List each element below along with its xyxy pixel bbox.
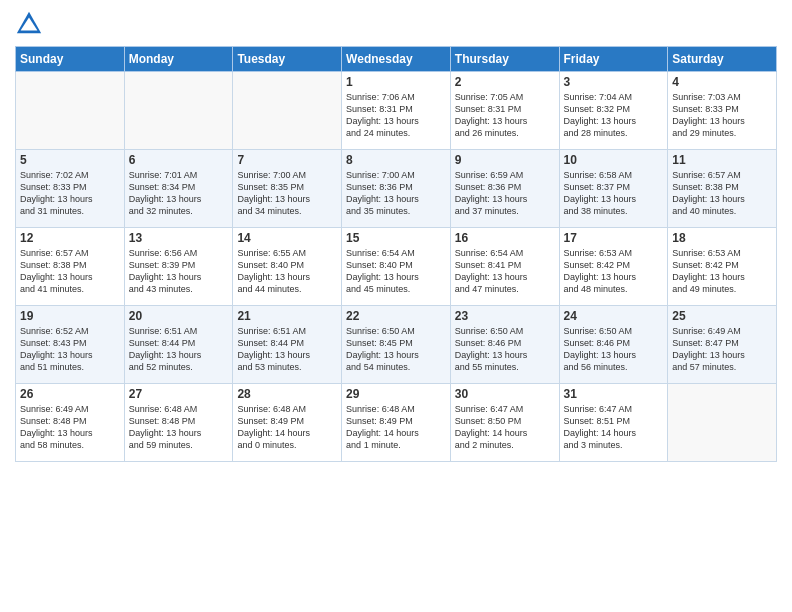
day-cell: 25Sunrise: 6:49 AM Sunset: 8:47 PM Dayli… [668,306,777,384]
day-info: Sunrise: 6:48 AM Sunset: 8:48 PM Dayligh… [129,403,229,452]
day-number: 18 [672,231,772,245]
day-number: 14 [237,231,337,245]
day-info: Sunrise: 6:50 AM Sunset: 8:45 PM Dayligh… [346,325,446,374]
day-number: 25 [672,309,772,323]
day-cell: 5Sunrise: 7:02 AM Sunset: 8:33 PM Daylig… [16,150,125,228]
day-cell: 31Sunrise: 6:47 AM Sunset: 8:51 PM Dayli… [559,384,668,462]
day-info: Sunrise: 6:58 AM Sunset: 8:37 PM Dayligh… [564,169,664,218]
col-header-wednesday: Wednesday [342,47,451,72]
day-info: Sunrise: 7:00 AM Sunset: 8:36 PM Dayligh… [346,169,446,218]
day-info: Sunrise: 7:00 AM Sunset: 8:35 PM Dayligh… [237,169,337,218]
day-cell: 2Sunrise: 7:05 AM Sunset: 8:31 PM Daylig… [450,72,559,150]
day-number: 2 [455,75,555,89]
day-cell: 29Sunrise: 6:48 AM Sunset: 8:49 PM Dayli… [342,384,451,462]
day-number: 19 [20,309,120,323]
day-number: 13 [129,231,229,245]
day-info: Sunrise: 6:51 AM Sunset: 8:44 PM Dayligh… [237,325,337,374]
day-cell: 16Sunrise: 6:54 AM Sunset: 8:41 PM Dayli… [450,228,559,306]
day-info: Sunrise: 6:57 AM Sunset: 8:38 PM Dayligh… [20,247,120,296]
col-header-sunday: Sunday [16,47,125,72]
day-info: Sunrise: 7:05 AM Sunset: 8:31 PM Dayligh… [455,91,555,140]
header [15,10,777,38]
day-info: Sunrise: 6:53 AM Sunset: 8:42 PM Dayligh… [564,247,664,296]
day-cell: 17Sunrise: 6:53 AM Sunset: 8:42 PM Dayli… [559,228,668,306]
page: SundayMondayTuesdayWednesdayThursdayFrid… [0,0,792,612]
header-row: SundayMondayTuesdayWednesdayThursdayFrid… [16,47,777,72]
day-info: Sunrise: 6:54 AM Sunset: 8:41 PM Dayligh… [455,247,555,296]
day-cell: 12Sunrise: 6:57 AM Sunset: 8:38 PM Dayli… [16,228,125,306]
day-number: 23 [455,309,555,323]
day-info: Sunrise: 7:01 AM Sunset: 8:34 PM Dayligh… [129,169,229,218]
col-header-tuesday: Tuesday [233,47,342,72]
day-number: 15 [346,231,446,245]
day-number: 31 [564,387,664,401]
day-cell: 11Sunrise: 6:57 AM Sunset: 8:38 PM Dayli… [668,150,777,228]
day-cell: 8Sunrise: 7:00 AM Sunset: 8:36 PM Daylig… [342,150,451,228]
day-number: 3 [564,75,664,89]
week-row-1: 1Sunrise: 7:06 AM Sunset: 8:31 PM Daylig… [16,72,777,150]
day-number: 17 [564,231,664,245]
col-header-monday: Monday [124,47,233,72]
day-number: 16 [455,231,555,245]
week-row-5: 26Sunrise: 6:49 AM Sunset: 8:48 PM Dayli… [16,384,777,462]
day-number: 22 [346,309,446,323]
day-number: 4 [672,75,772,89]
day-number: 28 [237,387,337,401]
day-cell [233,72,342,150]
day-info: Sunrise: 6:50 AM Sunset: 8:46 PM Dayligh… [564,325,664,374]
day-cell: 15Sunrise: 6:54 AM Sunset: 8:40 PM Dayli… [342,228,451,306]
day-cell: 18Sunrise: 6:53 AM Sunset: 8:42 PM Dayli… [668,228,777,306]
day-info: Sunrise: 6:53 AM Sunset: 8:42 PM Dayligh… [672,247,772,296]
day-cell: 20Sunrise: 6:51 AM Sunset: 8:44 PM Dayli… [124,306,233,384]
day-cell [124,72,233,150]
logo [15,10,47,38]
day-number: 1 [346,75,446,89]
day-number: 10 [564,153,664,167]
day-cell: 1Sunrise: 7:06 AM Sunset: 8:31 PM Daylig… [342,72,451,150]
day-cell: 21Sunrise: 6:51 AM Sunset: 8:44 PM Dayli… [233,306,342,384]
day-number: 30 [455,387,555,401]
day-cell: 30Sunrise: 6:47 AM Sunset: 8:50 PM Dayli… [450,384,559,462]
day-cell: 4Sunrise: 7:03 AM Sunset: 8:33 PM Daylig… [668,72,777,150]
col-header-thursday: Thursday [450,47,559,72]
day-number: 8 [346,153,446,167]
week-row-3: 12Sunrise: 6:57 AM Sunset: 8:38 PM Dayli… [16,228,777,306]
day-info: Sunrise: 6:59 AM Sunset: 8:36 PM Dayligh… [455,169,555,218]
day-number: 26 [20,387,120,401]
week-row-4: 19Sunrise: 6:52 AM Sunset: 8:43 PM Dayli… [16,306,777,384]
day-number: 9 [455,153,555,167]
day-info: Sunrise: 6:49 AM Sunset: 8:48 PM Dayligh… [20,403,120,452]
day-cell: 24Sunrise: 6:50 AM Sunset: 8:46 PM Dayli… [559,306,668,384]
day-info: Sunrise: 7:06 AM Sunset: 8:31 PM Dayligh… [346,91,446,140]
day-cell [16,72,125,150]
day-cell: 14Sunrise: 6:55 AM Sunset: 8:40 PM Dayli… [233,228,342,306]
day-number: 24 [564,309,664,323]
day-cell: 19Sunrise: 6:52 AM Sunset: 8:43 PM Dayli… [16,306,125,384]
day-cell: 6Sunrise: 7:01 AM Sunset: 8:34 PM Daylig… [124,150,233,228]
day-cell: 7Sunrise: 7:00 AM Sunset: 8:35 PM Daylig… [233,150,342,228]
logo-icon [15,10,43,38]
day-info: Sunrise: 6:57 AM Sunset: 8:38 PM Dayligh… [672,169,772,218]
day-info: Sunrise: 6:50 AM Sunset: 8:46 PM Dayligh… [455,325,555,374]
day-info: Sunrise: 6:56 AM Sunset: 8:39 PM Dayligh… [129,247,229,296]
day-info: Sunrise: 6:55 AM Sunset: 8:40 PM Dayligh… [237,247,337,296]
week-row-2: 5Sunrise: 7:02 AM Sunset: 8:33 PM Daylig… [16,150,777,228]
day-info: Sunrise: 6:52 AM Sunset: 8:43 PM Dayligh… [20,325,120,374]
day-cell: 26Sunrise: 6:49 AM Sunset: 8:48 PM Dayli… [16,384,125,462]
calendar-table: SundayMondayTuesdayWednesdayThursdayFrid… [15,46,777,462]
day-number: 27 [129,387,229,401]
day-info: Sunrise: 6:51 AM Sunset: 8:44 PM Dayligh… [129,325,229,374]
day-cell: 10Sunrise: 6:58 AM Sunset: 8:37 PM Dayli… [559,150,668,228]
day-number: 5 [20,153,120,167]
day-number: 6 [129,153,229,167]
day-cell: 9Sunrise: 6:59 AM Sunset: 8:36 PM Daylig… [450,150,559,228]
day-number: 29 [346,387,446,401]
day-cell: 28Sunrise: 6:48 AM Sunset: 8:49 PM Dayli… [233,384,342,462]
day-cell: 3Sunrise: 7:04 AM Sunset: 8:32 PM Daylig… [559,72,668,150]
day-number: 20 [129,309,229,323]
day-number: 12 [20,231,120,245]
day-info: Sunrise: 6:47 AM Sunset: 8:51 PM Dayligh… [564,403,664,452]
day-cell: 27Sunrise: 6:48 AM Sunset: 8:48 PM Dayli… [124,384,233,462]
day-info: Sunrise: 6:54 AM Sunset: 8:40 PM Dayligh… [346,247,446,296]
day-cell [668,384,777,462]
